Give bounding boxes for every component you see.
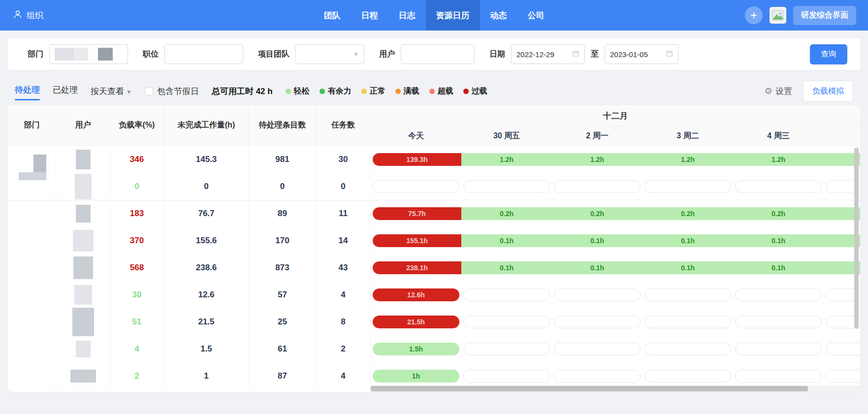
calendar-cell [461,343,552,355]
legend-label: 正常 [370,86,386,96]
task-count-cell: 4 [316,281,371,308]
workspace-button[interactable]: 研发综合界面 [793,6,856,25]
workload-pill[interactable]: 155.1h [373,234,461,247]
empty-slot-pill[interactable] [644,370,731,382]
empty-slot-pill[interactable] [554,316,641,328]
position-input[interactable] [164,44,243,64]
workload-bar-segment[interactable]: 0.1h [461,261,552,274]
dept-cell [8,362,56,389]
workload-bar-segment[interactable]: 0.2h [461,207,552,220]
team-select[interactable]: ▼ [295,44,364,64]
column-header: 任务数 [316,105,371,145]
calendar-cell: 12.6h [371,288,461,301]
empty-slot-pill[interactable] [463,180,550,193]
workload-bar-segment[interactable]: 1.2h [733,153,824,166]
workload-bar-segment[interactable]: 0.2h [733,207,824,220]
workload-bar-segment[interactable]: 0.1h [733,234,824,247]
empty-slot-pill[interactable] [735,180,822,193]
empty-slot-pill[interactable] [826,343,860,355]
empty-slot-pill[interactable] [735,288,822,301]
chevron-down-icon: ▼ [353,51,359,58]
workload-pill[interactable]: 238.1h [373,261,461,274]
empty-slot-pill[interactable] [644,343,731,355]
workload-bar-segment[interactable]: 1.2h [552,153,643,166]
table-row: 568238.687343238.1h0.1h0.1h0.1h0.1h [8,254,860,281]
nav-tab-company[interactable]: 公司 [517,0,555,31]
column-header: 待处理条目数 [249,105,316,145]
search-button[interactable]: 查询 [810,44,847,64]
empty-slot-pill[interactable] [554,343,641,355]
empty-slot-pill[interactable] [735,343,822,355]
nav-tab-log[interactable]: 日志 [388,0,426,31]
redacted-user [76,150,91,169]
workload-pill[interactable]: 1.5h [373,343,459,355]
date-from-input[interactable]: 2022-12-29 [511,44,585,64]
workload-bar-segment[interactable]: 0.1h [733,261,824,274]
load-rate-cell: 4 [110,335,164,362]
tab-pending[interactable]: 待处理 [15,84,40,98]
workload-bar-segment[interactable]: 0.1h [552,261,643,274]
workload-pill[interactable]: 21.5h [373,316,459,328]
empty-slot-pill[interactable] [463,343,550,355]
workload-bar-segment[interactable]: 0.2h [552,207,643,220]
load-simulation-button[interactable]: 负载模拟 [803,81,853,102]
pending-items-cell: 170 [249,227,316,254]
empty-slot-pill[interactable] [373,180,459,193]
nav-tab-resource-calendar[interactable]: 资源日历 [426,0,480,31]
horizontal-scrollbar[interactable] [371,386,808,391]
unfinished-hours-cell: 12.6 [164,281,249,308]
unfinished-hours-cell: 21.5 [164,308,249,335]
avatar[interactable] [770,7,786,24]
redacted-user [73,230,94,252]
department-input[interactable] [49,44,128,64]
view-mode-dropdown[interactable]: 按天查看▼ [91,86,132,97]
workload-pill[interactable]: 12.6h [373,288,459,301]
nav-tab-activity[interactable]: 动态 [480,0,517,31]
user-input[interactable] [401,44,475,64]
user-cell [56,335,110,362]
empty-slot-pill[interactable] [463,370,550,382]
empty-slot-pill[interactable] [644,316,731,328]
empty-slot-pill[interactable] [554,180,641,193]
empty-slot-pill[interactable] [644,180,731,193]
empty-slot-pill[interactable] [735,370,822,382]
settings-button[interactable]: ⚙ 设置 [765,86,792,97]
table-body: 346145.398130139.3h1.2h1.2h1.2h1.2h00001… [8,146,860,389]
calendar-cell: 238.1h [371,261,461,274]
workload-bar-segment[interactable]: 0.1h [461,234,552,247]
empty-slot-pill[interactable] [554,370,641,382]
user-cell [56,173,110,200]
workload-pill[interactable]: 1h [373,370,459,382]
task-count-cell: 8 [316,308,371,335]
empty-slot-pill[interactable] [463,288,550,301]
legend-item: 满载 [395,86,419,96]
workload-bar-segment[interactable]: 1.2h [643,153,733,166]
nav-tab-schedule[interactable]: 日程 [351,0,388,31]
unfinished-hours-cell: 145.3 [164,146,249,173]
empty-slot-pill[interactable] [735,316,822,328]
workload-pill[interactable]: 75.7h [373,207,461,220]
nav-tab-team[interactable]: 团队 [314,0,351,31]
pending-items-cell: 87 [249,362,316,389]
add-button[interactable]: + [745,6,763,24]
workload-bar-segment[interactable]: 0.1h [552,234,643,247]
empty-slot-pill[interactable] [644,288,731,301]
empty-slot-pill[interactable] [554,288,641,301]
workload-bar-segment[interactable]: 0.1h [643,234,733,247]
team-label: 项目团队 [258,49,289,60]
vertical-scrollbar[interactable] [854,148,859,329]
user-cell [56,308,110,335]
include-holidays-checkbox[interactable] [145,87,153,96]
filter-bar: 部门 职位 项目团队 ▼ 用户 日期 2022-12-29 至 2023-01-… [8,38,860,70]
tab-processed[interactable]: 已处理 [53,84,78,98]
workload-bar-segment[interactable]: 0.1h [643,261,733,274]
empty-slot-pill[interactable] [826,370,860,382]
load-rate-cell: 183 [110,200,164,227]
day-header: 今天 [371,127,461,145]
workload-bar-segment[interactable]: 1.2h [461,153,552,166]
empty-slot-pill[interactable] [463,316,550,328]
workload-pill[interactable]: 139.3h [373,153,461,166]
workload-bar-segment[interactable]: 0.2h [643,207,733,220]
app-logo[interactable]: 组织 [0,0,43,31]
date-to-input[interactable]: 2023-01-05 [605,44,678,64]
